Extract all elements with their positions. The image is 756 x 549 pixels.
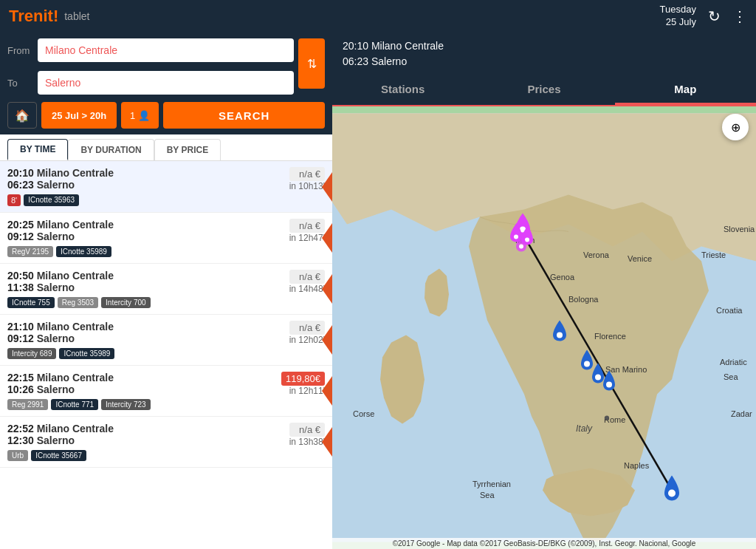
sort-tabs: BY TIME BY DURATION BY PRICE <box>0 134 332 161</box>
result-item[interactable]: 20:50 Milano Centrale 11:38 Salerno n/a … <box>0 264 332 315</box>
result-price: 119,80€ <box>281 372 325 386</box>
selected-depart: 20:10 Milano Centrale <box>343 38 746 54</box>
to-input[interactable] <box>38 71 294 95</box>
location-button[interactable]: ⊕ <box>722 114 749 140</box>
selected-arrow <box>322 172 332 202</box>
app-mode: tablet <box>64 10 89 22</box>
tag: ICnotte 35963 <box>24 194 79 206</box>
result-arrow <box>322 427 332 457</box>
tag: Urb <box>7 450 28 461</box>
arrive-time: 10:26 Salerno <box>7 383 114 395</box>
home-button[interactable]: 🏠 <box>7 102 37 129</box>
svg-point-26 <box>595 375 601 381</box>
refresh-icon[interactable]: ↻ <box>708 7 721 25</box>
svg-text:Corse: Corse <box>353 409 374 418</box>
header-actions: ↻ ⋮ <box>708 7 747 25</box>
result-price: n/a € <box>289 219 325 233</box>
svg-point-27 <box>606 382 612 388</box>
from-input[interactable] <box>38 38 294 62</box>
tag: 8' <box>7 194 21 206</box>
svg-text:Zadar: Zadar <box>731 409 752 418</box>
tag: ICnotte 35989 <box>59 348 114 359</box>
svg-text:Slovenia: Slovenia <box>724 225 755 233</box>
svg-text:Venice: Venice <box>628 254 652 263</box>
svg-text:Tyrrhenian: Tyrrhenian <box>472 480 511 488</box>
depart-time: 20:25 Milano Centrale <box>7 219 114 231</box>
result-item[interactable]: 21:10 Milano Centrale 09:12 Salerno n/a … <box>0 315 332 366</box>
tag: RegV 2195 <box>7 246 53 257</box>
tag: Intercity 723 <box>101 399 150 410</box>
svg-text:Trieste: Trieste <box>701 250 726 259</box>
tag: ICnotte 35667 <box>31 450 86 461</box>
main-layout: From To ⇅ 🏠 25 Jul > 20h 1 👤 SEARC <box>0 33 756 549</box>
result-item[interactable]: 22:52 Milano Centrale 12:30 Salerno n/a … <box>0 417 332 468</box>
to-row: To <box>7 71 294 95</box>
tag: Reg 2991 <box>7 399 48 410</box>
svg-text:Italy: Italy <box>576 423 593 434</box>
result-duration: in 13h38' <box>289 437 325 447</box>
tag: Intercity 689 <box>7 348 56 359</box>
svg-text:Naples: Naples <box>624 461 650 470</box>
search-button[interactable]: SEARCH <box>163 102 325 129</box>
result-arrow <box>322 376 332 406</box>
tab-stations[interactable]: Stations <box>332 75 473 105</box>
to-label: To <box>7 78 33 89</box>
result-tags: Reg 2991 ICnotte 771 Intercity 723 <box>7 399 325 410</box>
svg-point-29 <box>605 416 609 420</box>
result-item[interactable]: 20:25 Milano Centrale 09:12 Salerno n/a … <box>0 213 332 264</box>
result-item[interactable]: 20:10 Milano Centrale 06:23 Salerno n/a … <box>0 161 332 213</box>
result-duration: in 10h13' <box>289 181 325 191</box>
tag: ICnotte 755 <box>7 297 55 308</box>
search-section: From To ⇅ 🏠 25 Jul > 20h 1 👤 SEARC <box>0 33 332 134</box>
arrive-time: 09:12 Salerno <box>7 231 114 242</box>
svg-point-21 <box>514 235 518 239</box>
more-icon[interactable]: ⋮ <box>732 7 747 25</box>
result-tags: Urb ICnotte 35667 <box>7 450 325 461</box>
result-arrow <box>322 325 332 355</box>
svg-point-22 <box>525 238 529 242</box>
result-duration: in 12h02' <box>289 335 325 345</box>
svg-text:Sea: Sea <box>724 372 738 381</box>
tab-map[interactable]: Map <box>615 75 756 105</box>
result-tags: ICnotte 755 Reg 3503 Intercity 700 <box>7 297 325 308</box>
tab-prices[interactable]: Prices <box>473 75 614 105</box>
arrive-time: 09:12 Salerno <box>7 333 114 344</box>
svg-text:Adriatic: Adriatic <box>720 358 747 366</box>
result-item[interactable]: 22:15 Milano Centrale 10:26 Salerno 119,… <box>0 366 332 417</box>
passengers-count: 1 <box>130 110 135 121</box>
passengers-button[interactable]: 1 👤 <box>121 102 159 129</box>
svg-text:San Marino: San Marino <box>605 365 647 374</box>
sort-by-time[interactable]: BY TIME <box>7 139 68 160</box>
date-button[interactable]: 25 Jul > 20h <box>41 102 117 129</box>
depart-time: 22:52 Milano Centrale <box>7 423 114 434</box>
svg-text:Verona: Verona <box>583 250 610 259</box>
svg-text:Croatia: Croatia <box>716 306 743 315</box>
result-price: n/a € <box>289 167 325 181</box>
depart-time: 20:50 Milano Centrale <box>7 270 114 282</box>
result-arrow <box>322 223 332 253</box>
sort-by-duration[interactable]: BY DURATION <box>68 139 154 160</box>
tag: Reg 3503 <box>58 297 98 308</box>
svg-text:Sea: Sea <box>480 491 495 499</box>
depart-time: 20:10 Milano Centrale <box>7 167 114 179</box>
app-header: Trenit! tablet Tuesday 25 July ↻ ⋮ <box>0 0 756 33</box>
svg-text:Bologna: Bologna <box>568 295 599 304</box>
result-arrow <box>322 274 332 304</box>
controls-row: 🏠 25 Jul > 20h 1 👤 SEARCH <box>7 102 325 129</box>
sort-by-price[interactable]: BY PRICE <box>154 139 221 160</box>
result-duration: in 12h47' <box>289 233 325 243</box>
svg-point-25 <box>584 361 590 367</box>
svg-point-23 <box>519 245 523 249</box>
from-label: From <box>7 45 33 56</box>
map-svg: Milan Genoa Verona Venice Bologna Floren… <box>332 106 756 549</box>
selected-arrive: 06:23 Salerno <box>343 54 746 69</box>
date-display: Tuesday 25 July <box>660 4 696 29</box>
map-attribution: ©2017 Google - Map data ©2017 GeoBasis-D… <box>332 538 756 549</box>
passengers-icon: 👤 <box>138 110 150 121</box>
right-panel: 20:10 Milano Centrale 06:23 Salerno Stat… <box>332 33 756 549</box>
swap-button[interactable]: ⇅ <box>298 38 325 89</box>
result-tags: 8' ICnotte 35963 <box>7 194 325 206</box>
app-logo: Trenit! <box>9 7 58 26</box>
result-price: n/a € <box>289 321 325 335</box>
tag: ICnotte 35989 <box>56 246 111 257</box>
